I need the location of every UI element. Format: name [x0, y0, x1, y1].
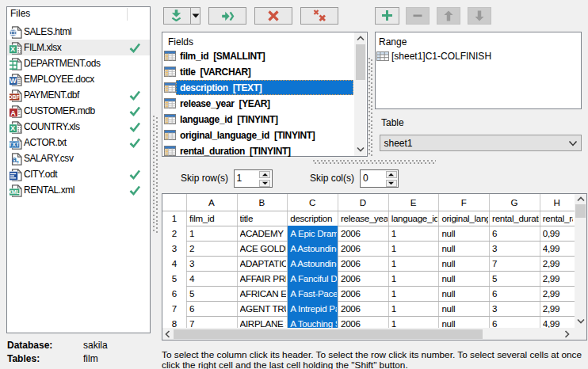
svg-text:X: X: [10, 44, 16, 53]
svg-text:TXT: TXT: [10, 141, 20, 148]
svg-text:X: X: [10, 124, 16, 132]
svg-text:a,: a,: [12, 154, 19, 164]
svg-text:W: W: [10, 77, 17, 85]
svg-text:XML: XML: [10, 188, 21, 196]
svg-text:A: A: [10, 108, 16, 116]
svg-text:DBF: DBF: [10, 94, 21, 100]
